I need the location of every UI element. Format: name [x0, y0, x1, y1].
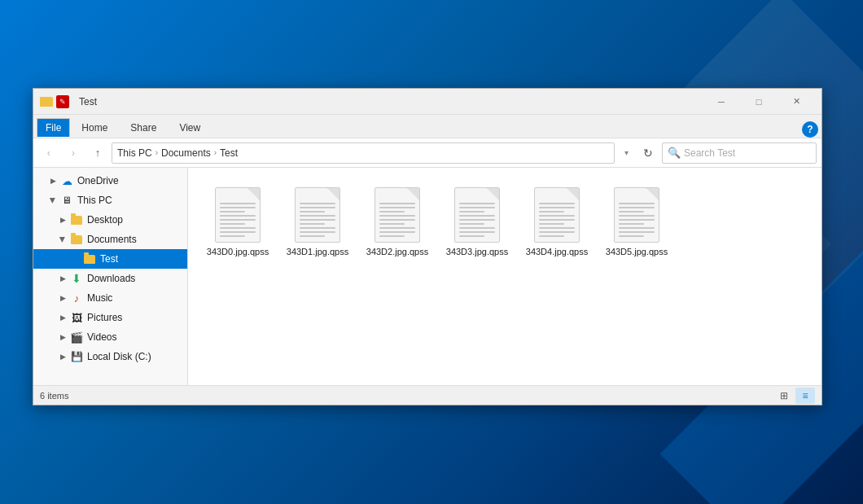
doc-lines: [539, 203, 575, 237]
ribbon: File Home Share View ?: [33, 115, 821, 138]
doc-lines: [300, 203, 335, 237]
doc-line: [300, 207, 335, 208]
path-documents[interactable]: Documents: [161, 147, 211, 159]
status-bar: 6 items ⊞ ≡: [33, 385, 821, 405]
tab-view[interactable]: View: [168, 118, 212, 138]
address-path[interactable]: This PC › Documents › Test: [112, 142, 615, 164]
cloud-icon: ☁: [59, 173, 74, 188]
doc-line: [300, 223, 325, 225]
doc-line: [300, 235, 325, 237]
ribbon-tabs: File Home Share View ?: [33, 115, 821, 138]
up-button[interactable]: ↑: [87, 142, 108, 164]
help-button[interactable]: ?: [802, 121, 818, 138]
back-button[interactable]: ‹: [38, 142, 59, 164]
sidebar-item-local-disk[interactable]: ▶ 💾 Local Disk (C:): [33, 347, 187, 366]
sidebar-item-this-pc[interactable]: ▶ 🖥 This PC: [33, 191, 187, 210]
doc-line: [379, 227, 415, 229]
minimize-button[interactable]: ─: [703, 89, 740, 115]
doc-line: [220, 211, 245, 213]
doc-icon: [614, 187, 659, 243]
window-title: Test: [79, 96, 703, 107]
doc-line: [300, 219, 335, 221]
sidebar-item-music[interactable]: ▶ ♪ Music: [33, 288, 187, 308]
doc-line: [459, 215, 495, 217]
tab-share[interactable]: Share: [119, 118, 168, 138]
sidebar-item-test[interactable]: ▶ Test: [33, 249, 187, 269]
sidebar-label-pictures: Pictures: [87, 312, 122, 323]
file-item[interactable]: 343D5.jpg.qpss: [600, 181, 673, 261]
maximize-button[interactable]: □: [740, 89, 778, 115]
drive-icon: 💾: [69, 349, 84, 364]
expand-arrow-local-disk: ▶: [56, 350, 69, 363]
doc-line: [379, 219, 415, 221]
tab-home[interactable]: Home: [70, 118, 119, 138]
doc-line: [459, 211, 484, 213]
sidebar-label-desktop: Desktop: [87, 214, 123, 226]
sidebar-item-downloads[interactable]: ▶ ⬇ Downloads: [33, 269, 187, 288]
address-bar: ‹ › ↑ This PC › Documents › Test ▾ ↻ 🔍 S…: [33, 138, 821, 168]
file-name: 343D4.jpg.qpss: [526, 246, 588, 257]
sidebar-item-desktop[interactable]: ▶ Desktop: [33, 210, 187, 230]
tab-file[interactable]: File: [37, 118, 70, 138]
doc-line: [220, 223, 245, 225]
doc-line: [300, 211, 325, 213]
doc-line: [539, 223, 564, 225]
file-icon-wrapper: [611, 184, 663, 243]
path-this-pc[interactable]: This PC: [117, 147, 152, 159]
file-name: 343D2.jpg.qpss: [366, 246, 428, 257]
doc-line: [539, 211, 564, 213]
doc-line: [220, 203, 256, 204]
downloads-icon: ⬇: [69, 271, 84, 286]
file-icon-wrapper: [451, 184, 503, 243]
view-grid-button[interactable]: ⊞: [774, 388, 794, 404]
sidebar-item-onedrive[interactable]: ▶ ☁ OneDrive: [33, 171, 187, 191]
file-item[interactable]: 343D1.jpg.qpss: [281, 181, 354, 261]
path-test[interactable]: Test: [220, 147, 238, 159]
doc-line: [220, 219, 256, 221]
file-item[interactable]: 343D4.jpg.qpss: [520, 181, 594, 261]
file-name: 343D5.jpg.qpss: [606, 246, 668, 257]
close-button[interactable]: ✕: [778, 89, 815, 115]
doc-line: [619, 235, 644, 237]
sidebar-label-documents: Documents: [87, 234, 137, 245]
title-bar: ✎ Test ─ □ ✕: [33, 89, 821, 115]
search-box[interactable]: 🔍 Search Test: [662, 142, 817, 164]
sidebar-item-videos[interactable]: ▶ 🎬 Videos: [33, 327, 187, 347]
doc-line: [300, 215, 335, 217]
expand-arrow-pictures: ▶: [56, 311, 69, 324]
file-item[interactable]: 343D2.jpg.qpss: [361, 181, 434, 261]
expand-arrow-onedrive: ▶: [46, 174, 59, 187]
doc-icon: [295, 187, 340, 243]
sidebar-label-videos: Videos: [87, 331, 116, 343]
sidebar-item-pictures[interactable]: ▶ 🖼 Pictures: [33, 308, 187, 327]
doc-line: [459, 207, 495, 208]
forward-button[interactable]: ›: [63, 142, 84, 164]
doc-line: [459, 223, 484, 225]
sidebar-item-documents[interactable]: ▶ Documents: [33, 230, 187, 249]
doc-line: [619, 215, 655, 217]
doc-line: [619, 211, 644, 213]
doc-line: [379, 231, 415, 233]
doc-line: [539, 219, 575, 221]
address-dropdown[interactable]: ▾: [618, 142, 634, 164]
doc-line: [220, 207, 256, 208]
sidebar: ▶ ☁ OneDrive ▶ 🖥 This PC ▶ Desktop ▶: [33, 168, 188, 385]
file-item[interactable]: 343D0.jpg.qpss: [201, 181, 274, 261]
file-icon-wrapper: [212, 184, 264, 243]
doc-line: [459, 235, 484, 237]
view-list-button[interactable]: ≡: [795, 388, 815, 404]
sidebar-label-local-disk: Local Disk (C:): [87, 351, 151, 362]
sidebar-label-downloads: Downloads: [87, 273, 135, 284]
refresh-button[interactable]: ↻: [637, 142, 659, 164]
file-item[interactable]: 343D3.jpg.qpss: [440, 181, 514, 261]
expand-arrow-this-pc: ▶: [46, 194, 59, 207]
videos-icon: 🎬: [69, 330, 84, 344]
doc-lines: [459, 203, 495, 237]
doc-line: [379, 211, 405, 213]
doc-line: [379, 203, 415, 204]
quick-access-button[interactable]: ✎: [56, 95, 69, 108]
expand-arrow-documents: ▶: [56, 233, 69, 246]
file-icon-wrapper: [371, 184, 423, 243]
explorer-window: ✎ Test ─ □ ✕ File Home Share View ? ‹ › …: [33, 88, 822, 405]
doc-line: [539, 207, 575, 208]
